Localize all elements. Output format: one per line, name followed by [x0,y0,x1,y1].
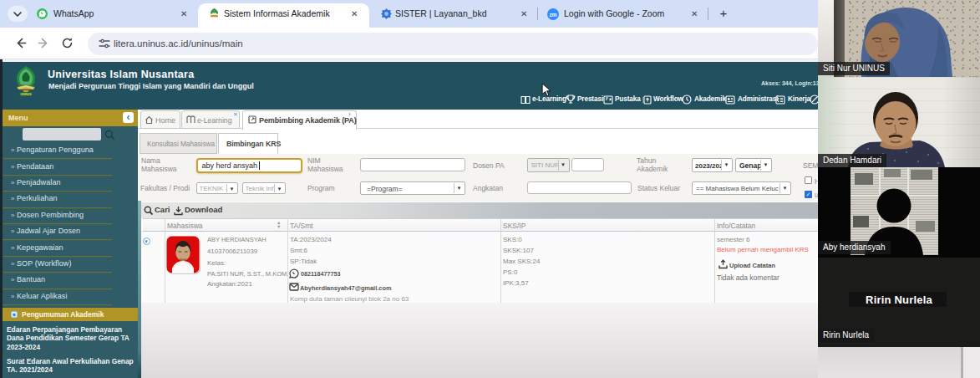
svg-text:UNINUS: UNINUS [21,93,33,96]
svg-text:zm: zm [549,12,556,18]
